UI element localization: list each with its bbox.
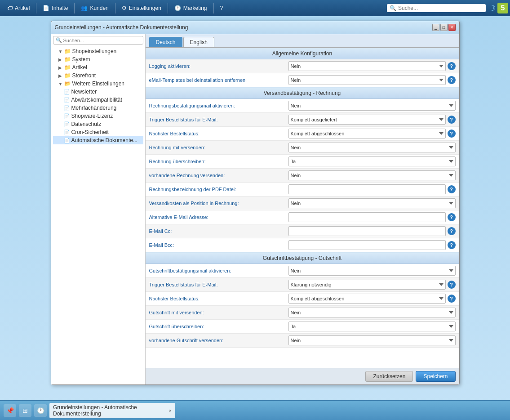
- nav-sep-5: [213, 3, 214, 13]
- sidebar-item-datenschutz[interactable]: 📄 Datenschutz: [53, 120, 143, 128]
- sidebar-item-cron[interactable]: 📄 Cron-Sicherheit: [53, 128, 143, 136]
- sidebar-item-storefront[interactable]: ▶ 📁 Storefront: [53, 71, 143, 80]
- versandkosten-select[interactable]: NeinJa: [288, 198, 456, 208]
- taskbar-close-button[interactable]: ×: [169, 408, 172, 413]
- sidebar-item-autodok[interactable]: 📄 Automatische Dokumente...: [53, 136, 143, 144]
- help-button-logging[interactable]: ?: [448, 62, 456, 70]
- form-label-pdf-bezeichnung: Rechnungsbezeichnung der PDF Datei:: [149, 187, 288, 192]
- form-control-rechnung-versenden: NeinJa: [288, 143, 456, 152]
- taskbar-tab[interactable]: Grundeinstellungen - Automatische Dokume…: [49, 403, 175, 418]
- form-control-rechnung-mail: NeinJa: [288, 101, 456, 111]
- gutschrift-ueberschreiben-select[interactable]: JaNein: [288, 322, 456, 331]
- trigger-gutschrift-select[interactable]: Klärung notwendigOffen: [288, 280, 446, 290]
- maximize-button[interactable]: □: [440, 24, 448, 31]
- help-button-trigger-gutschrift[interactable]: ?: [448, 281, 456, 289]
- help-button-pdf-bezeichnung[interactable]: ?: [448, 185, 456, 193]
- sidebar-item-newsletter[interactable]: 📄 Newsletter: [53, 88, 143, 96]
- rechnung-mail-select[interactable]: NeinJa: [288, 101, 456, 111]
- form-row-email-cc: E-Mail Cc: ?: [146, 224, 459, 238]
- nav-marketing-label: Marketing: [183, 5, 207, 11]
- sidebar-item-artikel[interactable]: ▶ 📁 Artikel: [53, 63, 143, 71]
- help-button-alt-email[interactable]: ?: [448, 213, 456, 221]
- nav-inhalte[interactable]: 📄 Inhalte: [37, 3, 73, 13]
- nav-right: ☽ 5: [488, 3, 508, 13]
- sidebar-search-input[interactable]: [63, 38, 141, 43]
- form-label-alt-email: Alternative E-Mail Adresse:: [149, 214, 288, 220]
- sidebar-label: Mehrfachänderung: [71, 105, 117, 111]
- sidebar-label: Cron-Sicherheit: [71, 129, 109, 135]
- save-button[interactable]: Speichern: [416, 371, 455, 382]
- sidebar-item-abwaerts[interactable]: 📄 Abwärtskompatibilität: [53, 96, 143, 104]
- email-cc-input[interactable]: [288, 226, 446, 236]
- help-button-email-templates[interactable]: ?: [448, 76, 456, 84]
- gutschrift-versenden-select[interactable]: NeinJa: [288, 308, 456, 317]
- gear-icon: ⚙: [122, 5, 127, 11]
- naechster-status-gut-select[interactable]: Komplett abgeschlossenOffen: [288, 294, 446, 304]
- sidebar-search-box: 🔍: [53, 36, 143, 45]
- form-row-email-templates: eMail-Templates bei deinstallation entfe…: [146, 73, 459, 87]
- taskbar-icon-windows[interactable]: ⊞: [19, 404, 31, 417]
- sidebar-item-system[interactable]: ▶ 📁 System: [53, 55, 143, 63]
- taskbar-icon-pin[interactable]: 📌: [4, 404, 16, 417]
- tab-deutsch[interactable]: Deutsch: [149, 37, 182, 47]
- form-row-logging: Logging aktivieren: NeinJa ?: [146, 59, 459, 73]
- form-control-gutschrift-versenden: NeinJa: [288, 308, 456, 317]
- reset-button[interactable]: Zurücksetzen: [365, 371, 413, 382]
- nav-einstellungen[interactable]: ⚙ Einstellungen: [116, 3, 167, 13]
- form-label-email-templates: eMail-Templates bei deinstallation entfe…: [149, 77, 288, 83]
- tab-english[interactable]: English: [183, 37, 214, 47]
- help-button-naechster-status[interactable]: ?: [448, 130, 456, 138]
- window-title: Grundeinstellungen - Automatische Dokume…: [55, 24, 188, 31]
- file-icon: 📄: [64, 138, 70, 143]
- users-icon: 👥: [81, 5, 88, 11]
- trigger-rechnung-select[interactable]: Komplett ausgeliefertOffen: [288, 115, 446, 125]
- form-label-email-bcc: E-Mail Bcc:: [149, 242, 288, 248]
- nav-sep-4: [168, 3, 168, 13]
- form-control-rechnung-ueberschreiben: JaNein: [288, 156, 456, 166]
- help-button-naechster-status-gut[interactable]: ?: [448, 295, 456, 303]
- sidebar-item-shopeinstellungen[interactable]: ▼ 📁 Shopeinstellungen: [53, 47, 143, 55]
- vorhandene-gutschrift-select[interactable]: NeinJa: [288, 335, 456, 345]
- form-label-vorhandene-rechnung: vorhandene Rechnung versenden:: [149, 173, 288, 178]
- form-scroll-area[interactable]: Allgemeine Konfiguration Logging aktivie…: [146, 47, 459, 368]
- form-row-rechnung-ueberschreiben: Rechnung überschreiben: JaNein: [146, 155, 459, 169]
- help-button-trigger-rechnung[interactable]: ?: [448, 116, 456, 124]
- top-nav: 🏷 Artikel 📄 Inhalte 👥 Kunden ⚙ Einstellu…: [0, 0, 510, 16]
- nav-artikel[interactable]: 🏷 Artikel: [2, 3, 35, 13]
- taskbar: 📌 ⊞ 🕐 Grundeinstellungen - Automatische …: [0, 400, 510, 420]
- nav-kunden[interactable]: 👥 Kunden: [75, 3, 114, 13]
- alt-email-input[interactable]: [288, 212, 446, 222]
- nav-help[interactable]: ?: [215, 3, 229, 13]
- rechnung-ueberschreiben-select[interactable]: JaNein: [288, 156, 456, 166]
- expand-icon: ▶: [58, 73, 63, 78]
- form-label-gutschrift-versenden: Gutschrift mit versenden:: [149, 310, 288, 315]
- sidebar-label: Weitere Einstellungen: [72, 80, 125, 87]
- minimize-button[interactable]: _: [432, 24, 439, 31]
- sidebar-item-weitere[interactable]: ▼ 📂 Weitere Einstellungen: [53, 80, 143, 88]
- search-input[interactable]: [398, 5, 483, 11]
- email-templates-select[interactable]: NeinJa: [288, 75, 446, 85]
- email-bcc-input[interactable]: [288, 240, 446, 250]
- help-button-email-bcc[interactable]: ?: [448, 241, 456, 249]
- form-control-email-bcc: ?: [288, 240, 456, 250]
- logging-select[interactable]: NeinJa: [288, 61, 446, 71]
- vorhandene-rechnung-select[interactable]: NeinJa: [288, 170, 456, 180]
- help-button-email-cc[interactable]: ?: [448, 227, 456, 235]
- sidebar-item-mehrfach[interactable]: 📄 Mehrfachänderung: [53, 104, 143, 112]
- pdf-bezeichnung-input[interactable]: [288, 184, 446, 194]
- sidebar-item-lizenz[interactable]: 📄 Shopware-Lizenz: [53, 112, 143, 120]
- folder-icon: 📁: [64, 56, 71, 63]
- version-badge: 5: [497, 3, 508, 13]
- file-icon: 📄: [64, 89, 70, 95]
- form-label-logging: Logging aktivieren:: [149, 63, 288, 69]
- rechnung-versenden-select[interactable]: NeinJa: [288, 143, 456, 152]
- nav-marketing[interactable]: 🕐 Marketing: [169, 3, 213, 13]
- naechster-status-select[interactable]: Komplett abgeschlossenOffen: [288, 129, 446, 139]
- nav-search-box: 🔍: [387, 4, 486, 12]
- gutschrift-mail-select[interactable]: NeinJa: [288, 266, 456, 276]
- taskbar-icon-clock[interactable]: 🕐: [34, 404, 47, 417]
- close-button[interactable]: ✕: [448, 24, 456, 31]
- search-icon: 🔍: [390, 5, 396, 11]
- folder-icon: 📂: [64, 80, 71, 87]
- taskbar-tab-label: Grundeinstellungen - Automatische Dokume…: [53, 404, 167, 417]
